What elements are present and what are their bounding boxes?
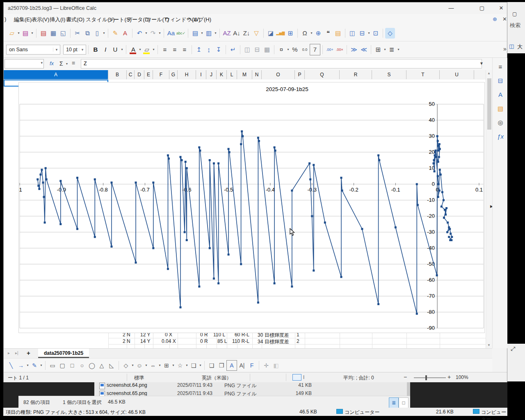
callouts-icon[interactable]: ❑ xyxy=(189,361,199,370)
chart-object[interactable]: 2025-07-09-1b25 50403020100-10-20-30-40-… xyxy=(18,82,485,333)
sheet-cell[interactable]: 14 Y xyxy=(140,338,150,344)
sheet-tab-active[interactable]: data250709-1b25 xyxy=(38,349,89,358)
bg-maximize-icon[interactable]: ▢ xyxy=(512,11,517,17)
toggle-extrusion-icon[interactable]: ◧ xyxy=(271,361,281,370)
undo-icon[interactable]: ↶ xyxy=(135,28,144,39)
column-header-H[interactable]: H xyxy=(178,70,196,79)
date-icon[interactable]: 7 xyxy=(310,44,320,55)
sheet-cell[interactable]: 0 R xyxy=(200,333,208,338)
open-icon[interactable]: ▱ xyxy=(7,28,17,39)
page-style[interactable]: 標準 xyxy=(134,374,144,381)
spreadsheet-area[interactable]: 2025-07-09-1b25 50403020100-10-20-30-40-… xyxy=(4,80,486,350)
sheet-cell[interactable]: 110 L xyxy=(213,333,225,338)
cut-icon[interactable]: ✂ xyxy=(73,28,82,39)
expand-formula-bar-icon[interactable]: ▼ xyxy=(479,61,484,66)
column-header-J[interactable]: J xyxy=(206,70,217,79)
equals-icon[interactable]: = xyxy=(72,60,75,66)
autofilter-icon[interactable]: ▽ xyxy=(251,28,261,39)
lines-arrows-icon[interactable]: → xyxy=(16,361,26,370)
copy-icon[interactable]: ⧉ xyxy=(82,28,92,39)
sheet-count[interactable]: ート 1 / 1 xyxy=(8,374,29,381)
sheet-cell[interactable]: 34 目標輝度差 xyxy=(258,338,289,345)
column-header-L[interactable]: L xyxy=(227,70,237,79)
sheet-cell[interactable]: 0 R xyxy=(200,338,208,344)
print-preview-icon[interactable]: ◱ xyxy=(58,28,68,39)
clone-formatting-icon[interactable]: ✎ xyxy=(110,28,120,39)
bg-resize-icon[interactable]: ⤢ xyxy=(511,345,515,352)
column-header-C[interactable]: C xyxy=(127,70,135,79)
column-header-R[interactable]: R xyxy=(340,70,372,79)
align-right-icon[interactable]: ≡ xyxy=(180,44,189,55)
menu-item-2[interactable]: 表示(V) xyxy=(32,16,49,23)
show-grid-icon[interactable]: ⊡ xyxy=(371,28,381,39)
title-bar[interactable]: a250709-1b25.log3 — LibreOffice Calc — ▢… xyxy=(4,2,507,14)
toolbar-overflow-chevron[interactable]: » xyxy=(503,46,507,52)
menu-item-4[interactable]: 書式(O) xyxy=(66,16,84,23)
export-pdf-icon[interactable]: ▤ xyxy=(39,28,48,39)
freeze-rows-columns-icon[interactable]: ◫ xyxy=(347,28,357,39)
column-header-S[interactable]: S xyxy=(372,70,406,79)
center-vertically-icon[interactable]: ↨ xyxy=(204,44,214,55)
italic-icon[interactable]: I xyxy=(100,44,110,55)
stars-banners-dropdown-icon[interactable]: ▾ xyxy=(185,363,189,367)
currency-icon[interactable]: ¤ xyxy=(276,44,286,55)
merge-center-icon[interactable]: ⊟ xyxy=(252,44,262,55)
comment-icon[interactable]: ❝ xyxy=(323,28,333,39)
underline-icon[interactable]: U xyxy=(110,44,120,55)
redo-dropdown-icon[interactable]: ▾ xyxy=(158,31,162,35)
close-document-icon[interactable]: ✕ xyxy=(502,16,507,22)
sheet-cell[interactable]: 60 R-L xyxy=(235,333,249,338)
redo-icon[interactable]: ↷ xyxy=(148,28,158,39)
basic-shapes-icon[interactable]: ◇ xyxy=(121,361,131,370)
column-header-B[interactable]: B xyxy=(108,70,127,79)
sum-icon[interactable]: Σ xyxy=(59,60,63,67)
borders-icon[interactable]: ⊞ xyxy=(373,44,383,55)
properties-icon[interactable]: ⊟ xyxy=(495,76,505,86)
edit-points-icon[interactable]: ✛ xyxy=(261,361,271,370)
column-header-D[interactable]: D xyxy=(135,70,144,79)
save-dropdown-icon[interactable]: ▾ xyxy=(30,31,34,35)
zoom-in-icon[interactable]: + xyxy=(447,374,451,380)
scroll-down-icon[interactable]: ▼ xyxy=(487,343,491,347)
column-header-P[interactable]: P xyxy=(295,70,305,79)
font-size-combo[interactable]: 10 pt ▾ xyxy=(63,45,86,55)
column-header-A[interactable]: A xyxy=(4,70,108,79)
column-header-I[interactable]: I xyxy=(196,70,206,79)
fontwork-icon[interactable]: F xyxy=(247,361,257,370)
insert-text-box-icon[interactable]: A xyxy=(226,360,237,371)
split-window-dropdown-icon[interactable]: ▾ xyxy=(367,31,371,35)
selection-mode-icon[interactable] xyxy=(292,374,301,381)
spelling-icon[interactable]: abc✓ xyxy=(176,28,186,39)
save-icon[interactable]: ▤ xyxy=(21,28,30,39)
document-globe-icon[interactable]: ⊕ xyxy=(493,16,497,22)
block-arrows-dropdown-icon[interactable]: ▾ xyxy=(158,363,162,367)
menu-item-1[interactable]: 編集(E) xyxy=(14,16,32,23)
split-window-icon[interactable]: ⊟ xyxy=(357,28,367,39)
name-box[interactable]: ▾ xyxy=(5,59,44,68)
column-header-T[interactable]: T xyxy=(406,70,440,79)
details-view-button[interactable]: ≣ xyxy=(389,397,399,408)
sheet-cell[interactable]: 12 Y xyxy=(140,333,150,338)
sidebar-menu-icon[interactable]: ≡ xyxy=(495,62,505,72)
open-dropdown-icon[interactable]: ▾ xyxy=(17,31,21,35)
column-header-K[interactable]: K xyxy=(217,70,227,79)
row-icon[interactable]: ▤ xyxy=(190,28,200,39)
function-wizard-icon[interactable]: fx xyxy=(50,60,54,66)
unmerge-icon[interactable]: ▦ xyxy=(262,44,272,55)
styles-icon[interactable]: A xyxy=(495,90,505,100)
align-top-icon[interactable]: ↥ xyxy=(194,44,204,55)
sheet-cell[interactable]: 0.04 X xyxy=(162,338,176,344)
percent-icon[interactable]: % xyxy=(290,44,300,55)
symbol-shapes-icon[interactable]: ☺ xyxy=(135,361,144,370)
bold-icon[interactable]: B xyxy=(91,44,100,55)
headers-footers-icon[interactable]: ▤ xyxy=(333,28,343,39)
border-style-dropdown-icon[interactable]: ▾ xyxy=(397,48,400,51)
sheet-cell[interactable]: 85 L xyxy=(217,338,227,344)
find-replace-icon[interactable]: Aa xyxy=(166,28,176,39)
average-sum-status[interactable]: 平均: ; 合計: 0 xyxy=(343,374,374,381)
undo-dropdown-icon[interactable]: ▾ xyxy=(144,31,148,35)
sort-descending-icon[interactable]: Z↓ xyxy=(242,28,251,39)
add-sheet-button[interactable]: + xyxy=(27,349,30,356)
currency-dropdown-icon[interactable]: ▾ xyxy=(286,48,290,51)
column-header-U[interactable]: U xyxy=(440,70,474,79)
